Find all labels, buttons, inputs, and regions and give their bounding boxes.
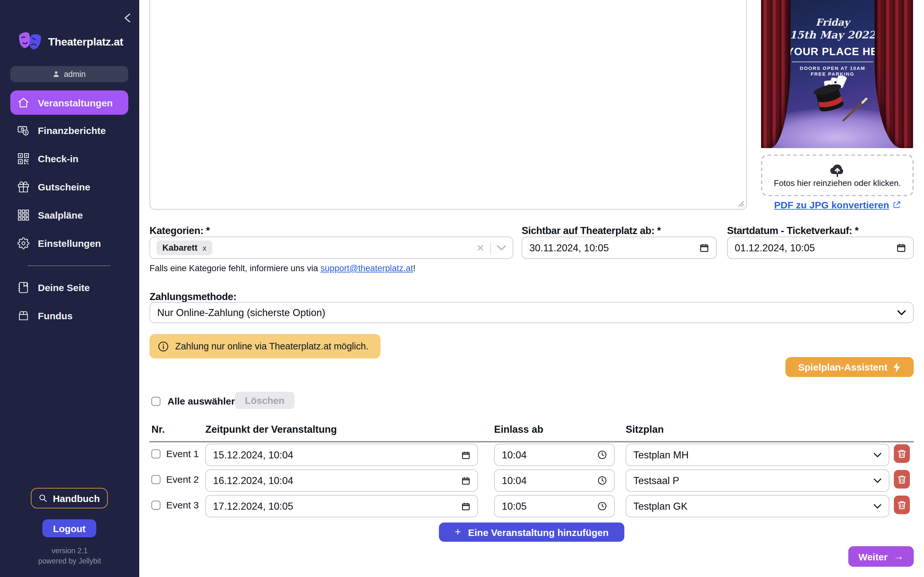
poster-text: Friday 15th May 2022 YOUR PLACE HERE DOO…: [787, 17, 879, 77]
delete-event-button[interactable]: [894, 496, 910, 514]
hint-text: Falls eine Kategorie fehlt, informiere u…: [150, 263, 320, 273]
seatplan-select[interactable]: Testplan GK: [626, 495, 889, 517]
seatplan-select[interactable]: Testsaal P: [626, 469, 889, 492]
event-number: Event 2: [166, 474, 199, 485]
event-datetime-value: 17.12.2024, 10:05: [213, 500, 293, 512]
sidebar-item-veranstaltungen[interactable]: Veranstaltungen: [10, 90, 128, 115]
remove-tag-icon[interactable]: x: [203, 243, 207, 252]
entry-time-input[interactable]: 10:04: [494, 444, 615, 466]
seatplan-select[interactable]: Testplan MH: [626, 444, 889, 466]
magician-hat-icon: [795, 76, 872, 126]
pdf-to-jpg-label: PDF zu JPG konvertieren: [774, 199, 889, 210]
row-checkbox[interactable]: [152, 501, 160, 510]
handbook-label: Handbuch: [53, 493, 100, 504]
visible-from-value: 30.11.2024, 10:05: [529, 242, 609, 253]
poster-line3: YOUR PLACE HERE: [787, 45, 879, 58]
sidebar-item-deine-seite[interactable]: Deine Seite: [10, 275, 128, 300]
event-row-2: Event 2 16.12.2024, 10:04 10:04 Testsaal…: [150, 469, 914, 489]
event-poster-image: Friday 15th May 2022 YOUR PLACE HERE DOO…: [761, 0, 913, 148]
sidebar-item-saalplaene[interactable]: Saalpläne: [10, 203, 128, 227]
clock-icon[interactable]: [598, 450, 607, 460]
sidebar-item-label: Deine Seite: [38, 282, 90, 293]
clock-icon[interactable]: [598, 476, 607, 485]
entry-time-value: 10:05: [502, 500, 527, 512]
chevron-down-icon[interactable]: [497, 245, 506, 251]
add-event-label: Eine Veranstaltung hinzufügen: [468, 527, 609, 538]
event-datetime-input[interactable]: 16.12.2024, 10:04: [205, 469, 478, 492]
category-tag: Kabarett x: [157, 240, 212, 255]
sale-start-input[interactable]: 01.12.2024, 10:05: [727, 237, 914, 259]
select-all-label: Alle auswählen: [168, 396, 237, 406]
dropzone-label: Fotos hier reinziehen oder klicken.: [774, 178, 901, 187]
next-button[interactable]: Weiter →: [848, 546, 914, 567]
add-event-button[interactable]: + Eine Veranstaltung hinzufügen: [439, 522, 624, 542]
event-number: Event 3: [166, 500, 199, 510]
sidebar-item-label: Gutscheine: [38, 181, 90, 192]
entry-time-input[interactable]: 10:05: [494, 495, 615, 517]
hint-suffix: !: [413, 263, 415, 273]
cloud-upload-icon: [829, 163, 846, 177]
categories-multiselect[interactable]: Kabarett x ✕: [150, 237, 513, 259]
event-datetime-value: 16.12.2024, 10:04: [213, 475, 293, 486]
book-icon: [17, 281, 29, 293]
select-all-row: Alle auswählen: [152, 396, 237, 406]
sidebar-divider: [27, 266, 110, 266]
description-textarea[interactable]: [150, 0, 747, 210]
select-all-checkbox[interactable]: [152, 396, 160, 406]
resize-grip-icon[interactable]: [737, 200, 744, 207]
visible-from-label: Sichtbar auf Theaterplatz ab: *: [522, 225, 661, 237]
row-checkbox[interactable]: [152, 475, 160, 484]
category-tag-label: Kabarett: [162, 243, 198, 253]
sidebar-item-fundus[interactable]: Fundus: [10, 303, 128, 327]
photo-dropzone[interactable]: Fotos hier reinziehen oder klicken.: [761, 155, 914, 196]
delete-event-button[interactable]: [894, 444, 910, 463]
entry-time-value: 10:04: [502, 475, 527, 486]
visible-from-input[interactable]: 30.11.2024, 10:05: [522, 237, 717, 259]
version-text: version 2.1: [0, 547, 139, 554]
calendar-icon[interactable]: [699, 243, 709, 253]
sidebar-item-label: Saalpläne: [38, 210, 83, 220]
lightning-icon: [893, 362, 901, 372]
event-datetime-input[interactable]: 17.12.2024, 10:05: [205, 495, 478, 517]
sidebar-item-check-in[interactable]: Check-in: [10, 146, 128, 171]
calendar-icon[interactable]: [461, 450, 470, 459]
trash-icon: [898, 475, 906, 484]
logout-button[interactable]: Logout: [42, 519, 96, 537]
sidebar-item-label: Finanzberichte: [38, 125, 106, 135]
sidebar-item-gutscheine[interactable]: Gutscheine: [10, 174, 128, 199]
sidebar-item-einstellungen[interactable]: Einstellungen: [10, 231, 128, 255]
event-datetime-input[interactable]: 15.12.2024, 10:04: [205, 444, 478, 466]
support-email-link[interactable]: support@theaterplatz.at: [320, 263, 413, 273]
gear-icon: [17, 237, 29, 249]
calendar-icon[interactable]: [461, 476, 470, 485]
handbook-button[interactable]: Handbuch: [31, 488, 108, 508]
sale-start-label: Startdatum - Ticketverkauf: *: [727, 225, 859, 237]
sale-start-value: 01.12.2024, 10:05: [735, 242, 815, 253]
entry-time-value: 10:04: [502, 449, 527, 461]
entry-time-input[interactable]: 10:04: [494, 469, 615, 492]
calendar-icon[interactable]: [461, 502, 470, 511]
next-label: Weiter: [858, 551, 887, 562]
payment-method-value: Nur Online-Zahlung (sicherste Option): [157, 307, 325, 318]
sidebar-item-finanzberichte[interactable]: $ Finanzberichte: [10, 118, 128, 142]
sidebar-collapse-button[interactable]: [123, 13, 132, 23]
row-checkbox[interactable]: [152, 450, 160, 458]
external-link-icon: [892, 201, 901, 209]
brand: Theaterplatz.at: [17, 28, 123, 56]
payment-method-select[interactable]: Nur Online-Zahlung (sicherste Option): [150, 302, 914, 323]
brand-name: Theaterplatz.at: [48, 36, 123, 49]
delete-event-button[interactable]: [894, 470, 910, 488]
column-header-entry: Einlass ab: [494, 424, 543, 435]
poster-line4: DOORS OPEN AT 10AM: [787, 65, 879, 71]
theater-masks-logo-icon: [17, 28, 42, 56]
clock-icon[interactable]: [598, 501, 607, 511]
event-row-3: Event 3 17.12.2024, 10:05 10:05 Testplan…: [150, 495, 914, 515]
event-number: Event 1: [166, 448, 199, 459]
pdf-to-jpg-link[interactable]: PDF zu JPG konvertieren: [761, 199, 914, 210]
delete-selected-button[interactable]: Löschen: [235, 392, 294, 409]
app-window: Theaterplatz.at admin Veranstaltungen $ …: [0, 0, 924, 577]
calendar-icon[interactable]: [897, 243, 906, 253]
schedule-assistant-button[interactable]: Spielplan-Assistent: [785, 357, 914, 377]
clear-all-icon[interactable]: ✕: [477, 243, 485, 253]
user-badge: admin: [10, 66, 128, 82]
